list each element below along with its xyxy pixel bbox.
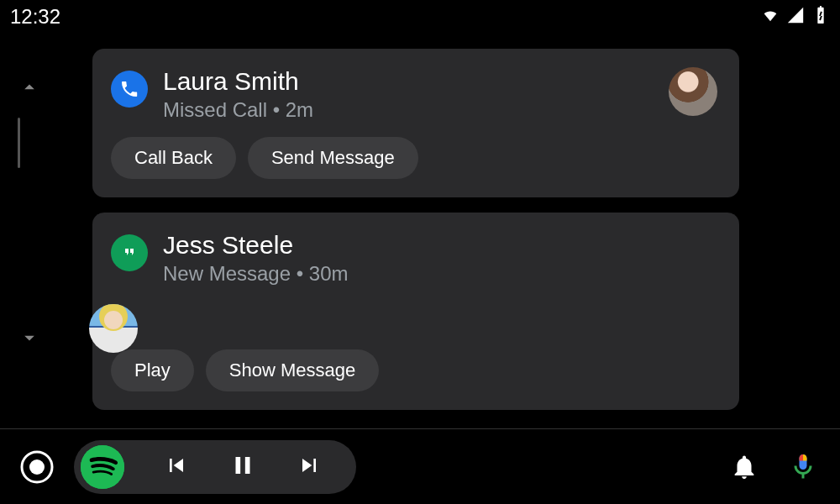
contact-avatar: [669, 67, 717, 116]
scroll-nav: [0, 34, 59, 428]
pause-button[interactable]: [228, 451, 257, 483]
status-time: 12:32: [10, 5, 60, 29]
notification-card[interactable]: Laura Smith Missed Call • 2m Call Back S…: [92, 49, 739, 197]
battery-charging-icon: [811, 6, 830, 28]
scroll-up-group: [18, 76, 41, 168]
notification-title: Laura Smith: [163, 67, 717, 95]
chevron-up-icon[interactable]: [18, 87, 41, 102]
next-track-button[interactable]: [296, 452, 323, 482]
wifi-icon: [761, 6, 780, 28]
notification-title: Jess Steele: [163, 231, 717, 259]
cellular-icon: [786, 6, 805, 28]
call-back-button[interactable]: Call Back: [111, 137, 236, 179]
status-icons: [761, 6, 830, 28]
voice-assistant-button[interactable]: [781, 445, 825, 489]
notification-subtitle: New Message • 30m: [163, 262, 717, 286]
show-message-button[interactable]: Show Message: [206, 349, 379, 391]
play-button[interactable]: Play: [111, 349, 194, 391]
notification-list: Laura Smith Missed Call • 2m Call Back S…: [59, 34, 840, 428]
notifications-button[interactable]: [722, 445, 766, 489]
notification-card[interactable]: Jess Steele New Message • 30m Play Show …: [92, 213, 739, 410]
phone-icon: [111, 71, 148, 108]
contact-avatar: [89, 304, 138, 353]
svg-point-1: [29, 459, 45, 475]
hangouts-icon: [111, 234, 148, 271]
spotify-icon[interactable]: [81, 445, 124, 489]
home-button[interactable]: [15, 445, 59, 489]
previous-track-button[interactable]: [163, 452, 190, 482]
bottom-bar: [0, 428, 840, 504]
content-area: Laura Smith Missed Call • 2m Call Back S…: [0, 34, 840, 428]
notification-subtitle: Missed Call • 2m: [163, 98, 717, 122]
media-controls: [74, 440, 356, 494]
scroll-track[interactable]: [18, 118, 20, 168]
status-bar: 12:32: [0, 0, 840, 34]
send-message-button[interactable]: Send Message: [248, 137, 418, 179]
chevron-down-icon[interactable]: [18, 326, 41, 353]
